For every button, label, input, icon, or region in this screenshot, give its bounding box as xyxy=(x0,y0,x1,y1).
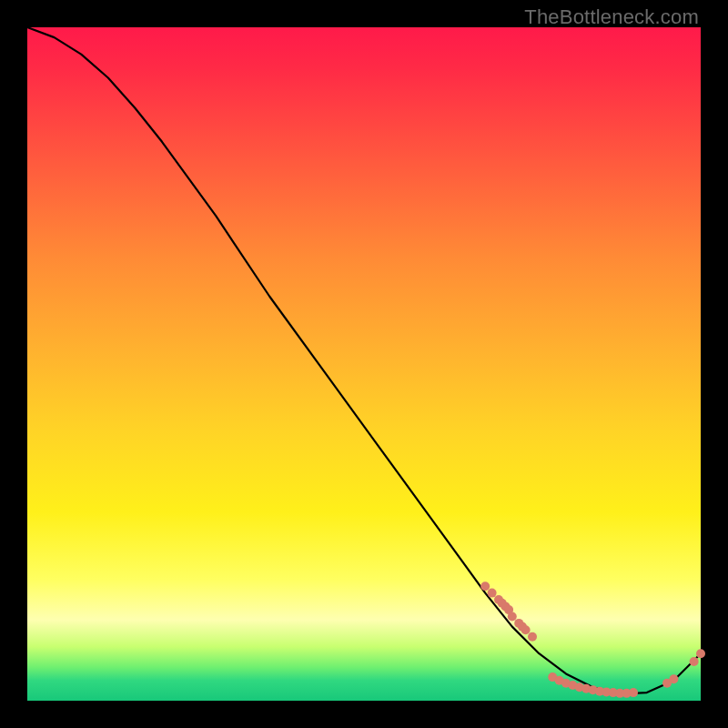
data-dot xyxy=(696,649,705,658)
data-dot xyxy=(669,674,678,683)
data-dot xyxy=(690,657,699,666)
data-dots xyxy=(480,581,705,698)
data-dot xyxy=(488,589,497,598)
data-dot xyxy=(521,625,531,634)
plot-area xyxy=(27,27,701,701)
watermark-text: TheBottleneck.com xyxy=(524,5,699,29)
curve-layer xyxy=(27,27,701,701)
data-dot xyxy=(528,632,537,642)
bottleneck-curve xyxy=(27,27,701,694)
data-dot xyxy=(629,688,638,697)
data-dot xyxy=(508,612,517,622)
data-dot xyxy=(480,581,490,591)
chart-frame: TheBottleneck.com xyxy=(0,0,728,728)
